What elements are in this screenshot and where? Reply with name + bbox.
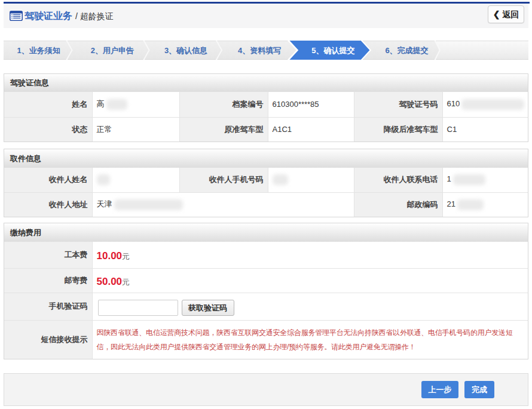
svg-text:2、用户申告: 2、用户申告 (91, 46, 134, 55)
svg-text:4、资料填写: 4、资料填写 (238, 46, 281, 55)
svg-text:1、业务须知: 1、业务须知 (17, 46, 60, 55)
svg-text:5、确认提交: 5、确认提交 (311, 46, 354, 55)
svg-text:3、确认信息: 3、确认信息 (164, 46, 207, 55)
svg-text:6、完成提交: 6、完成提交 (385, 46, 428, 55)
